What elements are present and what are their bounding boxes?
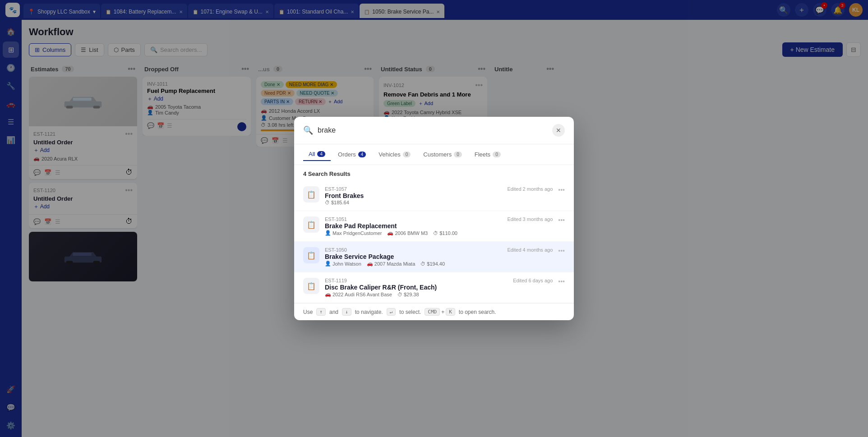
result-title-1057: Front Brakes [325, 192, 502, 199]
result-item-est-1050[interactable]: 📋 EST-1050 Brake Service Package 👤 John … [294, 242, 574, 272]
tab-badge-all: 4 [317, 151, 325, 157]
tab-badge-fleets: 0 [493, 152, 501, 157]
price-icon: ⏱ [433, 230, 438, 236]
result-vehicle-1050: 🚗 2007 Mazda Miata [367, 261, 416, 267]
result-meta-1057: ⏱ $185.64 [325, 200, 502, 205]
result-item-est-1057[interactable]: 📋 EST-1057 Front Brakes ⏱ $185.64 Edited… [294, 181, 574, 211]
open-search-label: to open search. [459, 309, 496, 315]
result-vehicle-1119: 🚗 2022 Audi RS6 Avant Base [325, 291, 392, 297]
price-icon: ⏱ [397, 292, 402, 297]
modal-tab-orders[interactable]: Orders 4 [332, 148, 371, 161]
person-icon: 👤 [325, 261, 331, 267]
result-id-1051: EST-1051 [325, 216, 502, 222]
result-more-1051[interactable]: ••• [558, 216, 565, 224]
result-more-1119[interactable]: ••• [558, 278, 565, 285]
k-kbd: K [446, 308, 455, 316]
modal-tabs: All 4 Orders 4 Vehicles 0 Customers 0 Fl… [294, 144, 574, 165]
plus-label: + [441, 309, 444, 315]
result-icon-1051: 📋 [303, 216, 319, 233]
result-price-1057: ⏱ $185.64 [325, 200, 349, 205]
result-time-1119: Edited 6 days ago [513, 278, 553, 283]
car-icon: 🚗 [367, 261, 373, 267]
result-meta-1050: 👤 John Watson 🚗 2007 Mazda Miata ⏱ $194.… [325, 261, 502, 267]
enter-kbd: ↵ [387, 308, 396, 316]
result-time-1051: Edited 3 months ago [507, 216, 553, 222]
select-label: to select. [399, 309, 421, 315]
result-time-1057: Edited 2 months ago [507, 186, 553, 192]
result-customer-1051: 👤 Max PridgenCustomer [325, 230, 382, 236]
result-vehicle-1051: 🚗 2006 BMW M3 [387, 230, 428, 236]
result-title-1119: Disc Brake Caliper R&R (Front, Each) [325, 284, 508, 291]
result-id-1050: EST-1050 [325, 247, 502, 253]
result-body-1050: EST-1050 Brake Service Package 👤 John Wa… [325, 247, 502, 267]
result-title-1051: Brake Pad Replacement [325, 222, 502, 230]
modal-tab-all[interactable]: All 4 [303, 148, 331, 161]
result-item-est-1051[interactable]: 📋 EST-1051 Brake Pad Replacement 👤 Max P… [294, 211, 574, 242]
result-customer-1050: 👤 John Watson [325, 261, 361, 267]
modal-close-button[interactable]: ✕ [552, 124, 565, 137]
result-body-1119: EST-1119 Disc Brake Caliper R&R (Front, … [325, 278, 508, 297]
result-body-1057: EST-1057 Front Brakes ⏱ $185.64 [325, 186, 502, 205]
result-price-1050: ⏱ $194.40 [420, 261, 445, 267]
result-icon-1050: 📋 [303, 247, 319, 263]
result-meta-1119: 🚗 2022 Audi RS6 Avant Base ⏱ $29.38 [325, 291, 508, 297]
result-more-1050[interactable]: ••• [558, 247, 565, 254]
up-arrow-kbd: ↑ [316, 308, 326, 316]
modal-search-icon: 🔍 [303, 125, 313, 135]
results-label: 4 Search Results [294, 165, 574, 181]
result-body-1051: EST-1051 Brake Pad Replacement 👤 Max Pri… [325, 216, 502, 236]
modal-tab-vehicles[interactable]: Vehicles 0 [373, 148, 416, 161]
car-icon: 🚗 [325, 291, 331, 297]
modal-search-input[interactable] [318, 126, 548, 134]
result-icon-1119: 📋 [303, 278, 319, 294]
result-price-1051: ⏱ $110.00 [433, 230, 457, 236]
result-id-1119: EST-1119 [325, 278, 508, 283]
result-item-est-1119[interactable]: 📋 EST-1119 Disc Brake Caliper R&R (Front… [294, 272, 574, 303]
result-icon-1057: 📋 [303, 186, 319, 202]
tab-badge-customers: 0 [454, 152, 462, 157]
result-id-1057: EST-1057 [325, 186, 502, 192]
use-label: Use [303, 309, 313, 315]
and-label: and [329, 309, 338, 315]
person-icon: 👤 [325, 230, 331, 236]
search-modal: 🔍 ✕ All 4 Orders 4 Vehicles 0 Customers … [294, 117, 574, 320]
navigate-label: to navigate. [355, 309, 383, 315]
result-price-1119: ⏱ $29.38 [397, 292, 419, 297]
modal-tab-fleets[interactable]: Fleets 0 [469, 148, 506, 161]
result-time-1050: Edited 4 months ago [507, 247, 553, 253]
result-meta-1051: 👤 Max PridgenCustomer 🚗 2006 BMW M3 ⏱ $1… [325, 230, 502, 236]
modal-search-bar: 🔍 ✕ [294, 117, 574, 144]
tab-badge-orders: 4 [358, 152, 366, 157]
result-title-1050: Brake Service Package [325, 253, 502, 260]
car-icon: 🚗 [387, 230, 393, 236]
modal-overlay[interactable]: 🔍 ✕ All 4 Orders 4 Vehicles 0 Customers … [0, 0, 868, 437]
cmd-kbd: CMD [425, 308, 440, 316]
cmd-k-combo: CMD + K [425, 308, 455, 316]
price-icon: ⏱ [420, 261, 425, 267]
modal-footer: Use ↑ and ↓ to navigate. ↵ to select. CM… [294, 303, 574, 320]
modal-tab-customers[interactable]: Customers 0 [418, 148, 467, 161]
tab-badge-vehicles: 0 [403, 152, 411, 157]
price-icon: ⏱ [325, 200, 330, 205]
result-more-1057[interactable]: ••• [558, 186, 565, 193]
down-arrow-kbd: ↓ [342, 308, 351, 316]
